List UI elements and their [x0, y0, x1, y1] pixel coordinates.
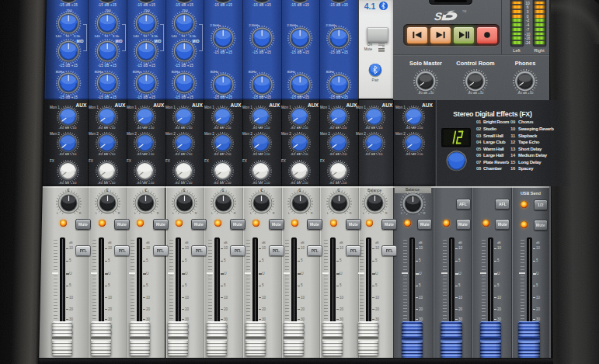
- pfl-button[interactable]: PFL: [381, 245, 397, 257]
- fader-scale-10: 10: [301, 247, 305, 251]
- fader-cap[interactable]: [480, 321, 502, 358]
- eq-mid-bracket: [83, 24, 87, 51]
- fader-cap[interactable]: [130, 321, 150, 355]
- eq-mid-freq-knob[interactable]: [93, 9, 121, 37]
- mute-button[interactable]: Mute: [191, 219, 207, 230]
- fader-scale-tick: [336, 319, 339, 320]
- mute-button[interactable]: Mute: [75, 219, 91, 230]
- eq-low-knob[interactable]: [325, 71, 353, 99]
- mute-button[interactable]: Mute: [307, 219, 322, 230]
- fx-preset-number: 12: [510, 140, 515, 144]
- playback-source-icons: [377, 42, 386, 52]
- transport-play-pause-button[interactable]: [454, 27, 474, 43]
- mute-button[interactable]: Mute: [114, 219, 130, 230]
- transport-skip-forward-button[interactable]: [430, 27, 451, 43]
- fader-cap[interactable]: [402, 321, 423, 358]
- eq-mid-freq-knob[interactable]: [54, 9, 82, 37]
- mute-button[interactable]: Mute: [269, 219, 284, 230]
- fx-send-knob[interactable]: [210, 158, 235, 184]
- mute-button[interactable]: Mute: [456, 219, 471, 230]
- fader-cap[interactable]: [91, 321, 111, 355]
- fader-cap[interactable]: [246, 321, 266, 355]
- pfl-button[interactable]: PFL: [230, 245, 246, 257]
- on-mute-toggle[interactable]: [367, 27, 388, 43]
- eq-mid-freq-knob[interactable]: [170, 9, 198, 37]
- fx-send-knob[interactable]: [132, 158, 158, 184]
- fx-select-encoder[interactable]: [444, 149, 468, 173]
- usb-mute-button[interactable]: Mute: [534, 220, 548, 231]
- bluetooth-pair-button[interactable]: [367, 61, 384, 78]
- fader-cap[interactable]: [322, 321, 343, 355]
- fx-send-knob[interactable]: [55, 158, 81, 184]
- eq-high-knob[interactable]: [248, 24, 276, 52]
- fx-preset-number: 10: [510, 127, 515, 131]
- fader-cap[interactable]: [207, 321, 227, 355]
- eq-high-knob[interactable]: [325, 24, 353, 52]
- fx-send-knob[interactable]: [94, 158, 120, 184]
- pfl-button[interactable]: PFL: [153, 245, 169, 257]
- mute-button[interactable]: Mute: [153, 219, 169, 230]
- fx-send-knob[interactable]: [326, 158, 351, 184]
- eq-mid-freq-knob[interactable]: [132, 9, 160, 37]
- fader-cap[interactable]: [518, 321, 540, 358]
- eq-low-knob[interactable]: [132, 69, 160, 97]
- fader-cap[interactable]: [284, 321, 304, 355]
- fader-scale-5: 5: [458, 259, 461, 263]
- mute-button[interactable]: Mute: [230, 219, 246, 230]
- fader-scale-5: 5: [146, 259, 148, 263]
- fader-strip-divider-hi: [204, 186, 205, 358]
- eq-low-knob[interactable]: [54, 69, 82, 97]
- send-scale-label: -80 dB +10: [329, 127, 347, 130]
- eq-high-knob[interactable]: [209, 24, 237, 52]
- eq-mid-gain-knob[interactable]: [170, 37, 198, 65]
- eq-low-knob[interactable]: [93, 69, 121, 97]
- pfl-button[interactable]: PFL: [191, 245, 207, 257]
- fx-send-knob[interactable]: [248, 158, 273, 184]
- fader-scale-tick: [221, 309, 223, 310]
- fx-send-knob[interactable]: [287, 158, 312, 184]
- pfl-button[interactable]: PFL: [114, 245, 130, 257]
- eq-low-knob[interactable]: [248, 71, 276, 99]
- fader-scale-10: 10: [185, 247, 189, 251]
- fader-scale-tick: [259, 248, 261, 249]
- fader-cap[interactable]: [52, 321, 72, 355]
- main-mute-button[interactable]: Mute: [417, 219, 432, 230]
- signal-led: [443, 220, 450, 227]
- mute-button[interactable]: Mute: [346, 219, 361, 230]
- fader-scale-U: U: [458, 272, 461, 276]
- usb-select-button[interactable]: 1/2: [534, 199, 548, 210]
- fader-scale-tick: [494, 273, 497, 275]
- pfl-button[interactable]: PFL: [307, 245, 322, 257]
- eq-high-knob[interactable]: [286, 24, 314, 52]
- eq-low-knob[interactable]: [170, 69, 198, 97]
- fader-scale-5: 5: [108, 284, 110, 288]
- aux-strip-divider: [127, 100, 127, 186]
- fx-preset-name: Short Delay: [518, 147, 542, 151]
- mute-button[interactable]: Mute: [381, 219, 397, 230]
- pfl-button[interactable]: PFL: [75, 245, 91, 257]
- fader-scale-5: 5: [458, 284, 461, 288]
- send-scale-label: -80 dB +10: [58, 153, 76, 156]
- eq-low-knob[interactable]: [209, 71, 237, 99]
- fader-cap[interactable]: [358, 321, 378, 355]
- mute-button[interactable]: Mute: [495, 219, 510, 230]
- fader-tick-unity: [284, 272, 290, 274]
- fader-cap[interactable]: [441, 321, 462, 358]
- transport-skip-back-button[interactable]: [407, 27, 427, 43]
- fader-scale-20: 20: [146, 307, 150, 311]
- fader-cap[interactable]: [168, 321, 188, 355]
- fader-scale-20: 20: [301, 307, 305, 311]
- eq-mid-gain-knob[interactable]: [132, 37, 160, 65]
- transport-record-button[interactable]: [477, 27, 497, 43]
- eq-low-knob[interactable]: [286, 71, 314, 99]
- fx-send-knob[interactable]: [171, 158, 197, 184]
- afl-button[interactable]: AFL: [456, 199, 471, 210]
- eq-strip-divider: [281, 0, 282, 100]
- afl-button[interactable]: AFL: [495, 199, 510, 210]
- fader-scale-U: U: [536, 272, 539, 276]
- eq-mid-gain-knob[interactable]: [54, 37, 82, 65]
- pfl-button[interactable]: PFL: [269, 245, 284, 257]
- panel-top-edge: [36, 186, 549, 188]
- eq-mid-gain-knob[interactable]: [93, 37, 121, 65]
- fader-scale-tick: [455, 319, 458, 320]
